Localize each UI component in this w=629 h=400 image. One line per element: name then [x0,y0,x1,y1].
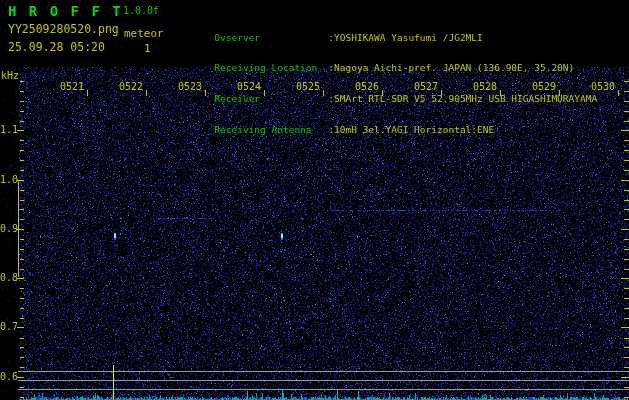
time-tick-label: 0525 [290,82,320,92]
time-tick-label: 0522 [113,82,143,92]
antenna-value: :10mH 3el.YAGI Horizontal:ENE [328,124,494,135]
time-tick-label: 0526 [349,82,379,92]
freq-tick-label: 0.6 [0,372,16,382]
station-row-observer: Ovserver:YOSHIKAWA Yasufumi /JG2MLI [180,23,597,35]
output-filename: YY2509280520.png [8,24,119,36]
echo-count: 1 [144,43,151,54]
time-tick-label: 0521 [54,82,84,92]
station-row-location: Receiving Location:Nagoya Aichi-pref. JA… [180,54,597,66]
time-tick-label: 0528 [467,82,497,92]
time-tick-label: 0527 [408,82,438,92]
time-tick-label: 0530 [585,82,615,92]
datetime-label: 25.09.28 05:20 [8,42,105,54]
freq-tick-label: 0.7 [0,322,16,332]
freq-axis-unit: kHz [1,71,19,81]
time-tick-label: 0523 [172,82,202,92]
receiver-label: Receiver [214,94,328,104]
time-tick-label: 0529 [526,82,556,92]
freq-tick-label: 1.0 [0,175,16,185]
freq-tick-label: 0.8 [0,273,16,283]
mode-label: meteor [124,28,164,39]
observer-value: :YOSHIKAWA Yasufumi /JG2MLI [328,32,482,43]
app-version: 1.0.0f [123,6,159,16]
app-title: H R O F F T [8,4,123,18]
time-tick-label: 0524 [231,82,261,92]
station-row-antenna: Receiving Antenna:10mH 3el.YAGI Horizont… [180,115,597,127]
observer-label: Ovserver [214,33,328,43]
antenna-label: Receiving Antenna [214,125,328,135]
location-label: Receiving Location [214,63,328,73]
receiver-value: :SMArt RTL-SDR V5 52.905MHz USB HIGASHIM… [328,93,597,104]
location-value: :Nagoya Aichi-pref. JAPAN (136.90E, 35.2… [328,62,574,73]
station-info: Ovserver:YOSHIKAWA Yasufumi /JG2MLI Rece… [180,4,597,146]
hrofft-window: H R O F F T 1.0.0f YY2509280520.png mete… [0,0,629,400]
freq-tick-label: 0.9 [0,224,16,234]
freq-tick-label: 1.1 [0,125,16,135]
